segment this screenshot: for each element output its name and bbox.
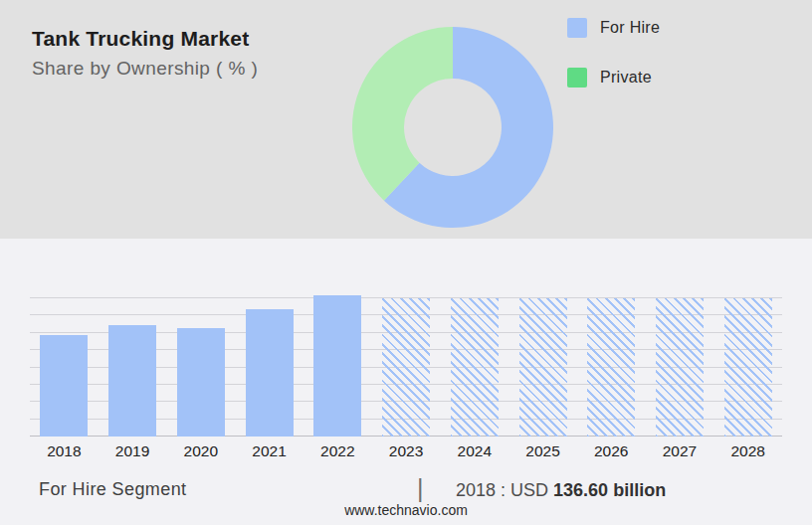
bar-2025-forecast xyxy=(519,298,567,437)
bar-2020 xyxy=(177,328,225,437)
bars xyxy=(30,298,782,437)
x-axis-label-2026: 2026 xyxy=(577,442,646,460)
x-axis-label-2019: 2019 xyxy=(99,442,167,460)
bar-slot-2027 xyxy=(646,298,714,437)
x-axis-label-2020: 2020 xyxy=(166,442,235,460)
page-subtitle: Share by Ownership ( % ) xyxy=(32,58,258,80)
legend-item-for-hire: For Hire xyxy=(567,18,660,38)
x-axis-label-2022: 2022 xyxy=(304,442,372,460)
legend-swatch-icon xyxy=(567,18,587,38)
bar-slot-2021 xyxy=(235,298,304,437)
page-title: Tank Trucking Market xyxy=(32,27,249,51)
bar-slot-2019 xyxy=(99,298,167,437)
x-axis-label-2023: 2023 xyxy=(372,442,441,460)
legend-label: For Hire xyxy=(600,19,660,37)
donut-chart xyxy=(352,27,553,228)
x-axis-label-2027: 2027 xyxy=(646,442,714,460)
bar-slot-2022 xyxy=(304,298,372,437)
footer-separator: | xyxy=(417,474,424,503)
x-axis-label-2024: 2024 xyxy=(440,442,508,460)
bar-slot-2025 xyxy=(508,298,577,437)
bar-2026-forecast xyxy=(587,298,635,437)
infographic: Tank Trucking Market Share by Ownership … xyxy=(0,0,812,525)
bar-2024-forecast xyxy=(451,298,499,437)
legend-swatch-icon xyxy=(567,68,587,88)
segment-label: For Hire Segment xyxy=(39,479,186,500)
bar-slot-2023 xyxy=(372,298,441,437)
anchor-value-prefix: 2018 : USD xyxy=(456,480,548,500)
x-axis-label-2025: 2025 xyxy=(508,442,577,460)
bar-chart-section: 2018201920202021202220232024202520262027… xyxy=(0,239,812,525)
legend: For HirePrivate xyxy=(567,18,660,88)
bar-slot-2024 xyxy=(440,298,508,437)
bar-chart-plot xyxy=(30,298,782,437)
bar-2018 xyxy=(40,335,88,437)
bar-slot-2026 xyxy=(577,298,646,437)
bar-slot-2018 xyxy=(30,298,99,437)
bar-2022 xyxy=(313,295,361,437)
anchor-value: 2018 : USD 136.60 billion xyxy=(456,480,666,501)
bar-2019 xyxy=(108,325,156,437)
x-axis-labels: 2018201920202021202220232024202520262027… xyxy=(30,442,782,460)
bar-slot-2020 xyxy=(166,298,235,437)
anchor-value-bold: 136.60 billion xyxy=(553,480,666,500)
website-url: www.technavio.com xyxy=(0,502,812,518)
bar-2027-forecast xyxy=(656,298,704,437)
bar-slot-2028 xyxy=(713,298,782,437)
header-section: Tank Trucking Market Share by Ownership … xyxy=(0,0,812,239)
x-axis-label-2028: 2028 xyxy=(713,442,782,460)
legend-item-private: Private xyxy=(567,68,660,88)
bar-2023-forecast xyxy=(382,298,430,437)
bar-2021 xyxy=(246,309,294,437)
x-axis-label-2018: 2018 xyxy=(30,442,99,460)
legend-label: Private xyxy=(600,69,652,87)
x-axis-label-2021: 2021 xyxy=(235,442,304,460)
bar-2028-forecast xyxy=(724,298,772,437)
